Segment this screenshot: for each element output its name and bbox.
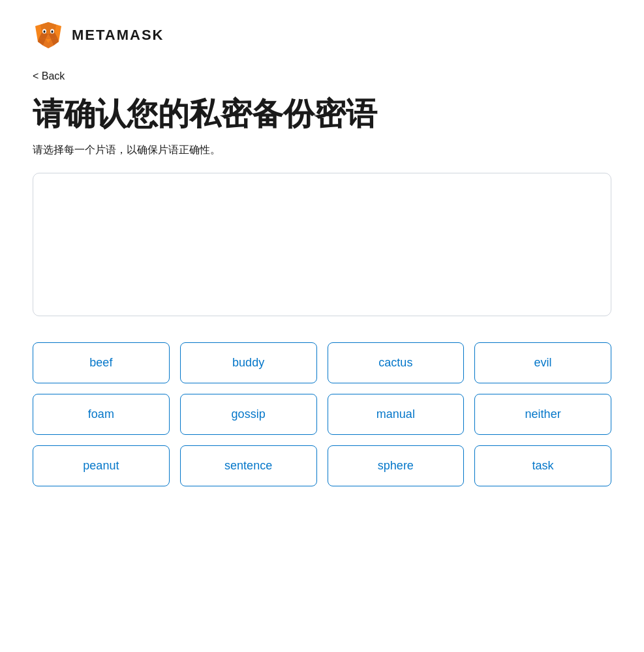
phrase-selection-area — [33, 173, 611, 316]
svg-point-13 — [52, 31, 54, 33]
word-chip-task[interactable]: task — [474, 445, 611, 486]
word-chip-manual[interactable]: manual — [328, 394, 465, 435]
word-chip-sphere[interactable]: sphere — [328, 445, 465, 486]
app-logo-text: METAMASK — [72, 27, 164, 44]
word-chip-sentence[interactable]: sentence — [180, 445, 317, 486]
word-chip-evil[interactable]: evil — [474, 342, 611, 383]
word-chip-peanut[interactable]: peanut — [33, 445, 170, 486]
page-subtitle: 请选择每一个片语，以确保片语正确性。 — [33, 143, 611, 157]
page-title: 请确认您的私密备份密语 — [33, 95, 611, 133]
word-chip-cactus[interactable]: cactus — [328, 342, 465, 383]
word-grid: beefbuddycactusevilfoamgossipmanualneith… — [33, 342, 611, 486]
metamask-fox-icon — [33, 20, 64, 51]
word-chip-foam[interactable]: foam — [33, 394, 170, 435]
word-chip-neither[interactable]: neither — [474, 394, 611, 435]
word-chip-gossip[interactable]: gossip — [180, 394, 317, 435]
header: METAMASK — [33, 20, 611, 51]
word-chip-beef[interactable]: beef — [33, 342, 170, 383]
word-chip-buddy[interactable]: buddy — [180, 342, 317, 383]
svg-point-12 — [44, 31, 46, 33]
back-button[interactable]: < Back — [33, 70, 65, 82]
